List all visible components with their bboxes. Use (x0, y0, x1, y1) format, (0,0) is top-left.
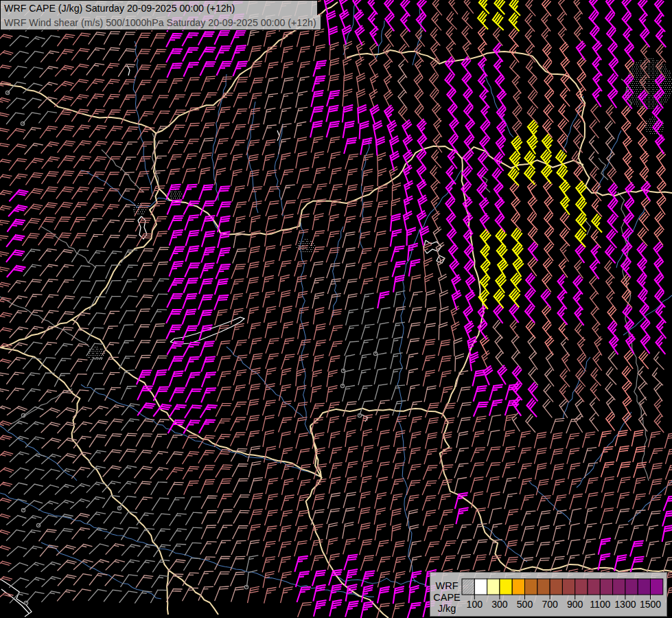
svg-text:CAPE: CAPE (433, 592, 461, 603)
svg-text:1100: 1100 (590, 599, 610, 610)
svg-text:J/kg: J/kg (438, 603, 456, 614)
svg-text:100: 100 (467, 599, 483, 610)
svg-text:1300: 1300 (614, 599, 636, 610)
svg-text:900: 900 (567, 599, 583, 610)
svg-text:300: 300 (491, 599, 508, 610)
svg-text:1500: 1500 (640, 599, 661, 610)
svg-text:700: 700 (542, 599, 558, 610)
svg-text:WRF: WRF (435, 580, 458, 591)
svg-text:500: 500 (517, 599, 533, 610)
